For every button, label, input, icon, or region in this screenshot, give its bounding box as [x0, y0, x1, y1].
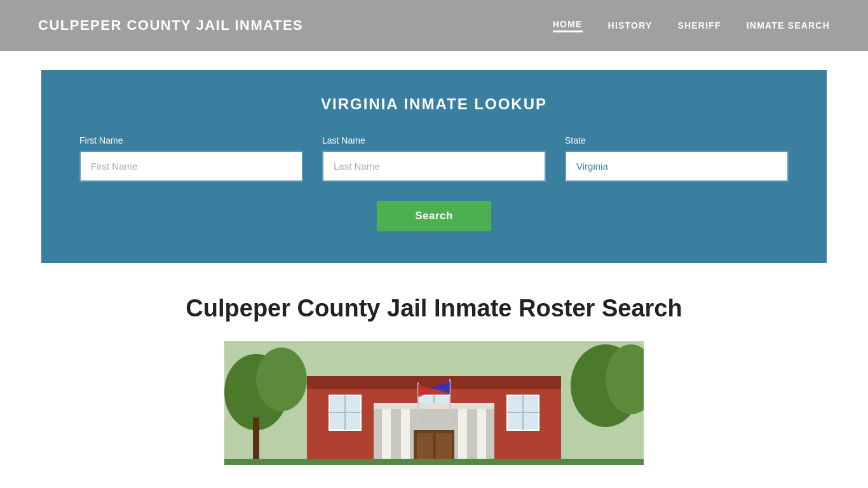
svg-rect-18: [382, 408, 391, 459]
site-header: CULPEPER COUNTY JAIL INMATES HOME HISTOR…: [0, 0, 868, 51]
state-input[interactable]: [565, 151, 789, 182]
svg-rect-25: [374, 403, 494, 409]
state-field-group: State: [565, 135, 789, 182]
svg-rect-23: [417, 433, 433, 459]
svg-point-2: [256, 348, 307, 411]
site-title: CULPEPER COUNTY JAIL INMATES: [38, 17, 303, 34]
last-name-input[interactable]: [322, 151, 546, 182]
state-label: State: [565, 135, 789, 146]
search-button[interactable]: Search: [377, 201, 491, 231]
nav-sheriff[interactable]: SHERIFF: [677, 20, 721, 30]
nav-inmate-search[interactable]: INMATE SEARCH: [747, 20, 830, 30]
sub-header-bar: [0, 51, 868, 70]
first-name-label: First Name: [79, 135, 303, 146]
svg-rect-30: [224, 459, 644, 465]
main-nav: HOME HISTORY SHERIFF INMATE SEARCH: [553, 19, 830, 32]
main-content: Culpeper County Jail Inmate Roster Searc…: [0, 263, 868, 465]
last-name-field-group: Last Name: [322, 135, 546, 182]
content-title: Culpeper County Jail Inmate Roster Searc…: [41, 295, 827, 322]
first-name-input[interactable]: [79, 151, 303, 182]
inmate-lookup-section: VIRGINIA INMATE LOOKUP First Name Last N…: [41, 70, 827, 263]
svg-rect-24: [436, 433, 452, 459]
nav-history[interactable]: HISTORY: [608, 20, 653, 30]
svg-rect-19: [401, 408, 410, 459]
nav-home[interactable]: HOME: [553, 19, 583, 32]
last-name-label: Last Name: [322, 135, 546, 146]
search-fields-row: First Name Last Name State: [79, 135, 789, 182]
building-image: [224, 341, 644, 465]
first-name-field-group: First Name: [79, 135, 303, 182]
svg-rect-20: [458, 408, 467, 459]
svg-rect-21: [477, 408, 486, 459]
search-button-container: Search: [79, 201, 789, 231]
lookup-title: VIRGINIA INMATE LOOKUP: [79, 95, 789, 113]
building-svg: [224, 341, 644, 465]
svg-rect-3: [253, 417, 259, 465]
